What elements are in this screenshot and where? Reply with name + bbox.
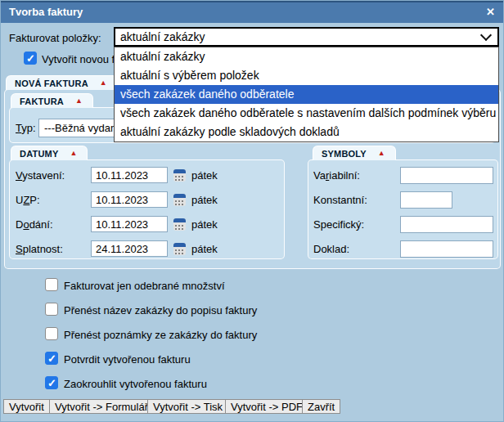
date-uzp-label: UZP: bbox=[16, 194, 40, 206]
collapse-triangle-icon[interactable]: ▲ bbox=[75, 97, 83, 105]
date-delivery-input[interactable] bbox=[91, 216, 168, 232]
calendar-icon[interactable] bbox=[173, 194, 186, 206]
create-button[interactable]: Vytvořit bbox=[3, 399, 50, 414]
checkbox-confirm-invoice-label: Potvrdit vytvořenou fakturu bbox=[64, 353, 191, 366]
date-due-input[interactable] bbox=[91, 240, 168, 257]
dialog-title: Tvorba faktury bbox=[9, 6, 83, 18]
symbol-document-input[interactable] bbox=[400, 240, 493, 258]
calendar-icon[interactable] bbox=[173, 243, 186, 255]
symbol-variable-label: Variabilní: bbox=[313, 169, 360, 182]
collapse-triangle-icon[interactable]: ▲ bbox=[100, 79, 107, 87]
symbol-specific-input[interactable] bbox=[400, 216, 493, 233]
date-due-day: pátek bbox=[191, 243, 218, 255]
section-tab-symboly[interactable]: SYMBOLY ▲ bbox=[313, 146, 396, 160]
typ-label: Typ: bbox=[16, 122, 36, 134]
date-issue-label: Vystavení: bbox=[16, 169, 65, 182]
section-tab-datumy[interactable]: DATUMY ▲ bbox=[11, 146, 88, 160]
symbol-document-label: Doklad: bbox=[313, 243, 349, 255]
invoice-items-select[interactable]: aktuální zakázky bbox=[114, 27, 499, 47]
checkbox-round-invoice[interactable] bbox=[45, 376, 58, 389]
calendar-icon[interactable] bbox=[173, 169, 186, 182]
typ-selected-value: ---Běžná vydaná bbox=[44, 122, 122, 134]
dropdown-option[interactable]: aktuální zakázky bbox=[115, 47, 498, 66]
checkbox-confirm-invoice[interactable] bbox=[45, 352, 58, 365]
section-title-symboly: SYMBOLY bbox=[322, 149, 367, 159]
dropdown-option-highlighted[interactable]: všech zakázek daného odběratele bbox=[115, 85, 498, 104]
section-title-datumy: DATUMY bbox=[20, 149, 58, 159]
invoice-items-dropdown-list: aktuální zakázky aktuální s výběrem polo… bbox=[114, 47, 499, 142]
title-bar: Tvorba faktury ✕ bbox=[1, 1, 504, 23]
invoice-items-selected-value: aktuální zakázky bbox=[120, 30, 205, 43]
checkbox-only-taken-qty[interactable] bbox=[45, 278, 58, 291]
chevron-down-icon bbox=[480, 29, 492, 41]
calendar-icon[interactable] bbox=[173, 218, 186, 231]
create-print-button[interactable]: Vytvořit -> Tisk bbox=[147, 399, 228, 414]
checkbox-copy-order-notes-label: Přenést poznámky ze zakázky do faktury bbox=[64, 329, 257, 341]
create-form-button[interactable]: Vytvořit -> Formulář bbox=[49, 399, 154, 414]
checkbox-copy-order-notes[interactable] bbox=[45, 327, 58, 340]
dropdown-option[interactable]: aktuální s výběrem položek bbox=[115, 66, 498, 85]
date-uzp-day: pátek bbox=[191, 194, 218, 206]
symbol-variable-input[interactable] bbox=[400, 167, 493, 184]
invoice-items-label: Fakturovat položky: bbox=[9, 32, 101, 44]
dropdown-option[interactable]: aktuální zakázky podle skladových doklad… bbox=[115, 123, 498, 141]
checkbox-only-taken-qty-label: Fakturovat jen odebrané množství bbox=[64, 280, 225, 292]
checkbox-copy-order-name[interactable] bbox=[45, 303, 58, 316]
close-button[interactable]: Zavřít bbox=[302, 399, 340, 414]
dropdown-option[interactable]: všech zakázek daného odběratele s nastav… bbox=[115, 104, 498, 123]
checkbox-copy-order-name-label: Přenést název zakázky do popisu faktury bbox=[64, 304, 257, 316]
close-icon[interactable]: ✕ bbox=[486, 5, 495, 20]
collapse-triangle-icon[interactable]: ▲ bbox=[70, 150, 77, 157]
date-delivery-label: Dodání: bbox=[16, 218, 53, 231]
section-title-nova-faktura: NOVÁ FAKTURA bbox=[15, 79, 88, 88]
section-tab-faktura[interactable]: FAKTURA ▲ bbox=[11, 93, 93, 108]
date-uzp-input[interactable] bbox=[91, 191, 168, 208]
collapse-triangle-icon[interactable]: ▲ bbox=[378, 150, 385, 157]
symbol-specific-label: Specifický: bbox=[313, 218, 364, 231]
date-due-label: Splatnost: bbox=[16, 243, 63, 255]
date-delivery-day: pátek bbox=[191, 218, 218, 231]
symbol-constant-label: Konstantní: bbox=[313, 194, 367, 206]
create-new-invoice-checkbox[interactable] bbox=[24, 52, 37, 65]
date-issue-input[interactable] bbox=[91, 167, 168, 183]
invoice-creation-dialog: Tvorba faktury ✕ Fakturovat položky: akt… bbox=[0, 0, 504, 422]
date-issue-day: pátek bbox=[191, 169, 218, 182]
section-tab-nova-faktura[interactable]: NOVÁ FAKTURA ▲ bbox=[6, 75, 118, 90]
checkbox-round-invoice-label: Zaokrouhlit vytvořenou fakturu bbox=[64, 378, 207, 390]
section-title-faktura: FAKTURA bbox=[20, 97, 64, 106]
create-pdf-button[interactable]: Vytvořit -> PDF bbox=[225, 399, 308, 414]
symbol-constant-input[interactable] bbox=[400, 191, 452, 209]
